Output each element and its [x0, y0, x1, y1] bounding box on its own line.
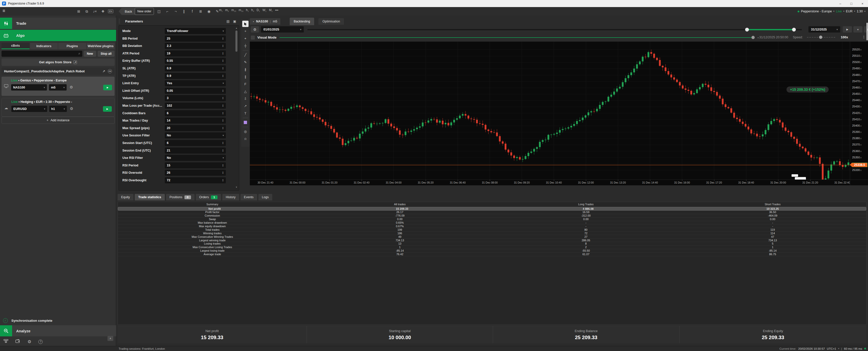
table-row[interactable]: Max equity drawdown0.67%--	[118, 225, 866, 228]
indicator-icon[interactable]: ∥	[181, 8, 187, 14]
table-row[interactable]: Profit factor26.1716.5936.50	[118, 211, 866, 214]
scrollbar-thumb[interactable]	[236, 31, 238, 52]
algo-instance[interactable]: Live • Genius • Pepperstone - EuropeNAS1…	[1, 77, 115, 96]
symbol-select[interactable]: EURUSD▾	[11, 106, 47, 112]
plugins-icon[interactable]: ❖	[100, 8, 106, 14]
chart-tab-nas100[interactable]: ● NAS100 | m5	[250, 18, 280, 25]
table-row[interactable]: Max balance drawdown0.65%--	[118, 221, 866, 225]
parameter-input[interactable]: 102▲▼	[165, 103, 226, 109]
timeframe-m1[interactable]: m1	[219, 8, 222, 12]
text-tool-icon[interactable]: T	[242, 110, 249, 117]
close-button[interactable]: ×	[857, 0, 868, 7]
parameter-input[interactable]: 72▲▼	[165, 177, 226, 183]
parameter-input[interactable]: 3▲▼	[165, 95, 226, 101]
parameter-input[interactable]: Yes▾	[165, 80, 226, 86]
withdraw-icon[interactable]	[3, 339, 8, 345]
new-bot-button[interactable]: New	[84, 51, 96, 57]
triangle-tool-icon[interactable]: △	[242, 88, 249, 95]
search-input[interactable]: ⌕	[1, 51, 82, 57]
chart-scrollbar-thumb[interactable]	[867, 23, 868, 40]
table-row[interactable]: Swap0.000.000.00	[118, 218, 866, 221]
tab-equity[interactable]: Equity	[118, 194, 133, 200]
start-instance-button[interactable]: ▶	[103, 106, 112, 112]
settings-gear-icon[interactable]: ⚙	[28, 339, 31, 345]
algo-instance[interactable]: Live • Hedging • EUR • 1:30 • Peppersto …	[1, 98, 115, 117]
tab-logs[interactable]: Logs	[258, 194, 272, 200]
tab-optimisation[interactable]: Optimisation	[318, 18, 344, 25]
timeframe-h1[interactable]: h1	[246, 8, 249, 12]
speed-handle[interactable]	[819, 36, 822, 39]
parameters-scrollbar[interactable]: ▲ ▼	[236, 27, 238, 188]
backtest-settings-gear-icon[interactable]: ⚙	[251, 26, 259, 33]
menu-icon[interactable]: ≡	[2, 8, 5, 13]
chart-annotation-box[interactable]	[795, 177, 806, 180]
progress-handle[interactable]	[751, 36, 755, 39]
parameter-input[interactable]: 0.55▲▼	[165, 58, 226, 64]
table-row[interactable]: Net profit15 209.334 886.0810 323.25	[118, 207, 866, 211]
parameter-input[interactable]: No▾	[165, 132, 226, 138]
parameter-input[interactable]: No▾	[165, 155, 226, 161]
play-backtest-button[interactable]: ▶	[843, 26, 852, 33]
tab-plugins[interactable]: Plugins	[58, 43, 86, 49]
tab-indicators[interactable]: Indicators	[30, 43, 58, 49]
timeframe-m30[interactable]: m30	[239, 8, 244, 12]
layout-icon[interactable]: ◫	[156, 8, 162, 14]
price-axis[interactable]: 25520.025510.025500.025490.025480.025470…	[850, 42, 868, 180]
table-row[interactable]: Average trade76.4261.0786.75	[118, 253, 866, 256]
language-badge[interactable]: EN	[108, 9, 113, 13]
get-algos-store-button[interactable]: Get algos from Store ↗	[1, 59, 115, 66]
alert-bell-tool-icon[interactable]: ⍾	[242, 136, 249, 142]
share-icon[interactable]: ↗	[102, 69, 105, 73]
magnet-right-icon[interactable]: ¬	[173, 8, 179, 14]
tab-orders[interactable]: Orders1	[196, 194, 221, 200]
date-range-slider[interactable]	[307, 29, 802, 30]
dot-cross-tool-icon[interactable]: ⌖	[242, 35, 249, 42]
parameter-input[interactable]: 21▲▼	[165, 148, 226, 154]
range-end-handle[interactable]	[792, 28, 796, 32]
speed-stepper[interactable]: ▲▼	[863, 35, 865, 39]
tab-cbots[interactable]: cBots	[1, 43, 30, 49]
table-row[interactable]: Total trades19980119	[118, 228, 866, 231]
parameter-input[interactable]: 14▲▼	[165, 118, 226, 124]
parameter-input[interactable]: 0.05▲▼	[165, 88, 226, 94]
timeframe-W1[interactable]: W1	[262, 8, 267, 12]
timeframe-m5[interactable]: m5	[225, 8, 228, 12]
parameter-input[interactable]: 25▲▼	[165, 36, 226, 42]
presets-icon[interactable]: ▤	[226, 20, 229, 23]
function-icon[interactable]: f	[189, 8, 195, 14]
csharp-icon[interactable]: C#	[108, 69, 112, 73]
chart-annotation-box[interactable]	[792, 174, 798, 177]
tab-positions[interactable]: Positions0	[166, 194, 194, 200]
start-date-select[interactable]: 01/01/2025▾	[261, 26, 304, 33]
timeframe-select[interactable]: h1▾	[49, 106, 67, 112]
table-row[interactable]: Losing trades1385	[118, 242, 866, 246]
timeframe-overflow[interactable]: •••	[275, 8, 278, 12]
price-chart[interactable]: +15 209.33 € (+152%) 50 pips	[250, 42, 850, 180]
fullscreen-icon[interactable]: ⊞	[76, 8, 82, 14]
watch-icon[interactable]: ◉	[206, 8, 212, 14]
freehand-tool-icon[interactable]: ✎	[242, 59, 249, 65]
end-date-select[interactable]: 31/12/2025▾	[808, 26, 840, 33]
table-row[interactable]: Largest winning trade734.13286.05734.13	[118, 238, 866, 242]
maximize-button[interactable]: □	[846, 0, 857, 7]
back-button[interactable]: Back	[119, 8, 136, 15]
timeframe-m15[interactable]: m15	[231, 8, 236, 12]
parameter-input[interactable]: 6▲▼	[165, 140, 226, 146]
timeframe-M1[interactable]: M1	[269, 8, 273, 12]
start-instance-button[interactable]: ▶	[103, 85, 112, 90]
help-icon[interactable]: ?	[38, 340, 43, 344]
camera-tool-icon[interactable]: ◎	[242, 128, 249, 135]
add-instance-button[interactable]: +Add instance	[1, 117, 115, 124]
parallel-lines-tool-icon[interactable]: ∥	[242, 74, 249, 80]
timeframe-select[interactable]: m5▾	[49, 84, 67, 91]
parameter-input[interactable]: 20▲▼	[165, 125, 226, 131]
stop-backtest-button[interactable]: ■	[854, 26, 863, 33]
save-parameters-icon[interactable]: ▣	[233, 20, 236, 23]
visual-mode-checkbox[interactable]	[251, 36, 255, 40]
sidebar-item-trade[interactable]: Trade	[0, 18, 116, 29]
parameter-input[interactable]: 19▲▼	[165, 51, 226, 57]
drag-handle[interactable]	[119, 19, 120, 24]
tab-events[interactable]: Events	[241, 194, 257, 200]
tab-webview-plugins[interactable]: WebView plugins	[87, 43, 115, 49]
parameter-input[interactable]: 2.3▲▼	[165, 43, 226, 49]
